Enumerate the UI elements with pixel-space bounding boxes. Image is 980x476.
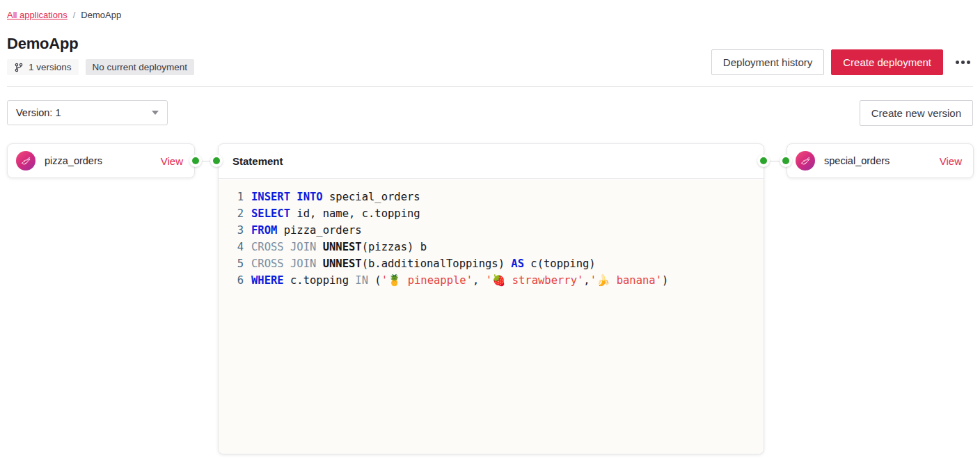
line-number: 5 bbox=[226, 255, 244, 272]
header-divider bbox=[7, 86, 973, 87]
code-line: 1INSERT INTO special_orders bbox=[226, 189, 757, 205]
line-number: 4 bbox=[226, 239, 244, 255]
code-token bbox=[316, 257, 322, 270]
create-new-version-button[interactable]: Create new version bbox=[860, 100, 973, 126]
code-token: SELECT bbox=[251, 207, 290, 220]
page-title: DemoApp bbox=[7, 35, 194, 53]
code-token: special_orders bbox=[323, 191, 420, 203]
sql-code-viewer: 1INSERT INTO special_orders2SELECT id, n… bbox=[219, 180, 764, 454]
line-number: 2 bbox=[226, 205, 244, 222]
header-actions: Deployment history Create deployment bbox=[711, 49, 973, 75]
sink-node-name: special_orders bbox=[824, 155, 931, 166]
ellipsis-icon bbox=[956, 61, 970, 64]
version-toolbar: Version: 1 Create new version bbox=[7, 100, 973, 126]
code-token: IN bbox=[355, 274, 368, 287]
code-line: 5CROSS JOIN UNNEST(b.additionalToppings)… bbox=[226, 255, 757, 272]
code-token: FROM bbox=[251, 224, 277, 237]
application-page: All applications / DemoApp DemoApp 1 bbox=[0, 0, 980, 476]
source-view-link[interactable]: View bbox=[161, 155, 183, 167]
sink-view-link[interactable]: View bbox=[940, 155, 962, 167]
code-token: c.topping bbox=[284, 274, 356, 287]
source-node-card: pizza_orders View bbox=[7, 143, 195, 178]
source-node-name: pizza_orders bbox=[45, 155, 152, 166]
code-token: ( bbox=[368, 274, 381, 287]
badges-row: 1 versions No current deployment bbox=[7, 59, 194, 75]
code-token: '🍓 strawberry' bbox=[486, 274, 584, 287]
code-token: CROSS JOIN bbox=[251, 257, 316, 270]
line-number: 3 bbox=[226, 222, 244, 239]
code-token: INSERT INTO bbox=[251, 191, 323, 203]
page-header: DemoApp 1 versions No current deployment bbox=[7, 35, 973, 75]
statement-input-port bbox=[210, 154, 223, 167]
line-number: 6 bbox=[226, 272, 244, 289]
page-header-left: DemoApp 1 versions No current deployment bbox=[7, 35, 194, 75]
code-token: CROSS JOIN bbox=[251, 241, 316, 253]
code-token: id, name, c.topping bbox=[290, 207, 420, 220]
code-line: 6WHERE c.topping IN ('🍍 pineapple', '🍓 s… bbox=[226, 272, 757, 289]
code-token: , bbox=[473, 274, 486, 287]
git-branch-icon bbox=[14, 63, 24, 72]
line-number: 1 bbox=[226, 189, 244, 205]
code-token: '🍍 pineapple' bbox=[381, 274, 473, 287]
flink-logo-icon bbox=[16, 151, 35, 170]
code-token: AS bbox=[511, 257, 524, 270]
breadcrumb: All applications / DemoApp bbox=[7, 0, 973, 20]
code-line: 4CROSS JOIN UNNEST(pizzas) b bbox=[226, 239, 757, 255]
version-select[interactable]: Version: 1 bbox=[7, 100, 168, 125]
version-select-value: Version: 1 bbox=[16, 107, 61, 118]
breadcrumb-separator: / bbox=[73, 10, 76, 20]
flink-logo-icon bbox=[796, 151, 815, 170]
source-output-port bbox=[189, 154, 202, 167]
code-token: (pizzas) b bbox=[362, 241, 427, 253]
code-token: '🍌 banana' bbox=[590, 274, 662, 287]
sink-input-port bbox=[780, 154, 792, 167]
statement-card-title: Statement bbox=[219, 144, 764, 179]
create-deployment-button[interactable]: Create deployment bbox=[831, 49, 943, 75]
code-token: c(topping) bbox=[524, 257, 596, 270]
more-options-button[interactable] bbox=[953, 54, 973, 71]
versions-badge-label: 1 versions bbox=[29, 62, 72, 72]
code-token: WHERE bbox=[251, 274, 284, 287]
statement-output-port bbox=[757, 154, 770, 167]
breadcrumb-current-page: DemoApp bbox=[81, 10, 121, 20]
versions-badge: 1 versions bbox=[7, 59, 79, 75]
deployment-history-button[interactable]: Deployment history bbox=[711, 49, 824, 75]
code-token: UNNEST bbox=[323, 257, 362, 270]
code-line: 3FROM pizza_orders bbox=[226, 222, 757, 239]
statement-card: Statement 1INSERT INTO special_orders2SE… bbox=[218, 143, 764, 454]
code-token: (b.additionalToppings) bbox=[362, 257, 512, 270]
code-token: pizza_orders bbox=[277, 224, 361, 237]
code-line: 2SELECT id, name, c.topping bbox=[226, 205, 757, 222]
breadcrumb-all-applications-link[interactable]: All applications bbox=[7, 10, 68, 20]
code-token bbox=[316, 241, 322, 253]
code-token: ) bbox=[662, 274, 668, 287]
code-token: UNNEST bbox=[323, 241, 362, 253]
chevron-down-icon bbox=[152, 111, 159, 115]
pipeline-canvas: pizza_orders View Statement 1INSERT INTO… bbox=[7, 143, 973, 470]
code-token: , bbox=[583, 274, 590, 287]
deployment-status-badge: No current deployment bbox=[86, 59, 195, 75]
sink-node-card: special_orders View bbox=[787, 143, 974, 178]
